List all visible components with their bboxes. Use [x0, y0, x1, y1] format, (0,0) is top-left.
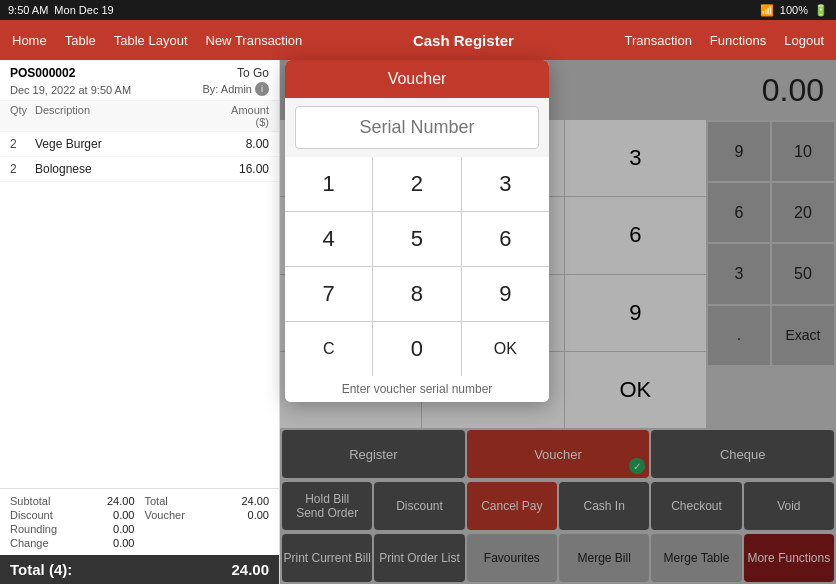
change-label: Change — [10, 537, 49, 549]
status-day: Mon Dec 19 — [54, 4, 113, 16]
voucher-input-area — [285, 98, 549, 157]
vkey-9[interactable]: 9 — [462, 267, 549, 321]
discount-val: 0.00 — [113, 509, 134, 521]
main-layout: POS000002 To Go Dec 19, 2022 at 9:50 AM … — [0, 60, 836, 584]
receipt-header: POS000002 To Go Dec 19, 2022 at 9:50 AM … — [0, 60, 279, 101]
voucher-label: Voucher — [145, 509, 185, 521]
subtotal-val: 24.00 — [107, 495, 135, 507]
voucher-val: 0.00 — [248, 509, 269, 521]
nav-new-transaction[interactable]: New Transaction — [206, 33, 303, 48]
col-amt-header: Amount ($) — [219, 104, 269, 128]
subtotal-label: Subtotal — [10, 495, 50, 507]
vkey-1[interactable]: 1 — [285, 157, 372, 211]
item-desc-0: Vege Burger — [35, 137, 219, 151]
nav-home[interactable]: Home — [12, 33, 47, 48]
totals-right: Total 24.00 Voucher 0.00 — [145, 495, 270, 549]
right-panel: 0.00 123456789C0OK 9 10 6 20 3 50 . Exac… — [280, 60, 836, 584]
vkey-c[interactable]: C — [285, 322, 372, 376]
nav-table[interactable]: Table — [65, 33, 96, 48]
nav-title: Cash Register — [302, 32, 624, 49]
totals-left: Subtotal 24.00 Discount 0.00 Rounding 0.… — [10, 495, 135, 549]
nav-table-layout[interactable]: Table Layout — [114, 33, 188, 48]
voucher-modal-title: Voucher — [285, 60, 549, 98]
modal-overlay: Voucher 1 2 3 4 5 6 7 8 9 C 0 OK — [280, 60, 836, 584]
vkey-4[interactable]: 4 — [285, 212, 372, 266]
receipt-items: 2 Vege Burger 8.00 2 Bolognese 16.00 — [0, 132, 279, 488]
nav-bar: Home Table Table Layout New Transaction … — [0, 20, 836, 60]
item-qty-1: 2 — [10, 162, 35, 176]
nav-transaction[interactable]: Transaction — [624, 33, 691, 48]
rounding-label: Rounding — [10, 523, 57, 535]
total-label: Total — [145, 495, 168, 507]
wifi-icon: 📶 — [760, 4, 774, 17]
item-amt-0: 8.00 — [219, 137, 269, 151]
discount-label: Discount — [10, 509, 53, 521]
receipt-date: Dec 19, 2022 at 9:50 AM — [10, 84, 131, 96]
col-desc-header: Description — [35, 104, 219, 128]
voucher-modal: Voucher 1 2 3 4 5 6 7 8 9 C 0 OK — [285, 60, 549, 402]
voucher-numpad: 1 2 3 4 5 6 7 8 9 C 0 OK — [285, 157, 549, 376]
nav-links-left: Home Table Table Layout New Transaction — [12, 33, 302, 48]
item-desc-1: Bolognese — [35, 162, 219, 176]
receipt-by: By: Admin i — [202, 82, 269, 96]
vkey-5[interactable]: 5 — [373, 212, 460, 266]
voucher-hint: Enter voucher serial number — [285, 376, 549, 402]
vkey-6[interactable]: 6 — [462, 212, 549, 266]
grand-total-label: Total (4): — [10, 561, 72, 578]
nav-logout[interactable]: Logout — [784, 33, 824, 48]
info-icon: i — [255, 82, 269, 96]
receipt-item-1: 2 Bolognese 16.00 — [0, 157, 279, 182]
item-amt-1: 16.00 — [219, 162, 269, 176]
grand-total: Total (4): 24.00 — [0, 555, 279, 584]
item-qty-0: 2 — [10, 137, 35, 151]
vkey-3[interactable]: 3 — [462, 157, 549, 211]
receipt-panel: POS000002 To Go Dec 19, 2022 at 9:50 AM … — [0, 60, 280, 584]
vkey-2[interactable]: 2 — [373, 157, 460, 211]
col-qty-header: Qty — [10, 104, 35, 128]
receipt-item-0: 2 Vege Burger 8.00 — [0, 132, 279, 157]
grand-total-val: 24.00 — [231, 561, 269, 578]
status-bar: 9:50 AM Mon Dec 19 📶 100% 🔋 — [0, 0, 836, 20]
vkey-ok[interactable]: OK — [462, 322, 549, 376]
battery-icon: 🔋 — [814, 4, 828, 17]
receipt-totals: Subtotal 24.00 Discount 0.00 Rounding 0.… — [0, 488, 279, 555]
battery-label: 100% — [780, 4, 808, 16]
vkey-8[interactable]: 8 — [373, 267, 460, 321]
total-val: 24.00 — [241, 495, 269, 507]
receipt-col-headers: Qty Description Amount ($) — [0, 101, 279, 132]
receipt-pos: POS000002 — [10, 66, 75, 80]
vkey-7[interactable]: 7 — [285, 267, 372, 321]
change-val: 0.00 — [113, 537, 134, 549]
receipt-type: To Go — [237, 66, 269, 80]
rounding-val: 0.00 — [113, 523, 134, 535]
nav-functions[interactable]: Functions — [710, 33, 766, 48]
voucher-serial-input[interactable] — [295, 106, 539, 149]
vkey-0[interactable]: 0 — [373, 322, 460, 376]
status-time: 9:50 AM — [8, 4, 48, 16]
nav-links-right: Transaction Functions Logout — [624, 33, 824, 48]
